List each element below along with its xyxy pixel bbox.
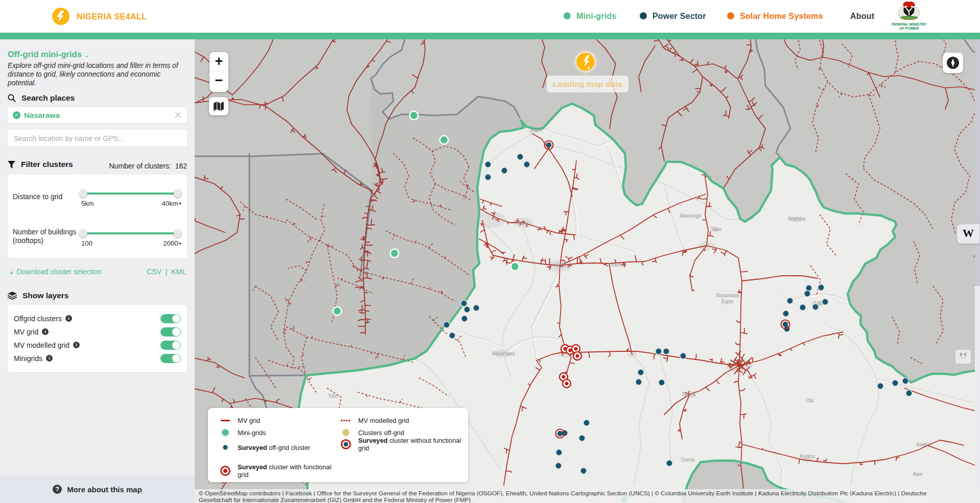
svg-text:Nasarawa: Nasarawa: [492, 351, 515, 356]
svg-text:Wamba: Wamba: [788, 216, 806, 222]
svg-text:Doma: Doma: [682, 392, 696, 397]
svg-text:Awe: Awe: [916, 442, 926, 447]
svg-text:Nasarawa: Nasarawa: [716, 293, 739, 298]
svg-text:Keffi: Keffi: [555, 262, 565, 268]
svg-text:Obi: Obi: [806, 398, 814, 403]
svg-text:Egon: Egon: [721, 299, 733, 304]
svg-text:Toto: Toto: [328, 393, 338, 399]
svg-text:Kokona: Kokona: [609, 262, 626, 268]
svg-text:Karu: Karu: [517, 220, 528, 226]
svg-text:Keana: Keana: [800, 453, 815, 459]
svg-text:Akwanga: Akwanga: [680, 213, 701, 219]
svg-text:Doma: Doma: [681, 457, 695, 463]
svg-text:Kube: Kube: [530, 127, 543, 133]
svg-text:Tabu: Tabu: [710, 226, 721, 232]
svg-text:Awe: Awe: [913, 471, 923, 477]
